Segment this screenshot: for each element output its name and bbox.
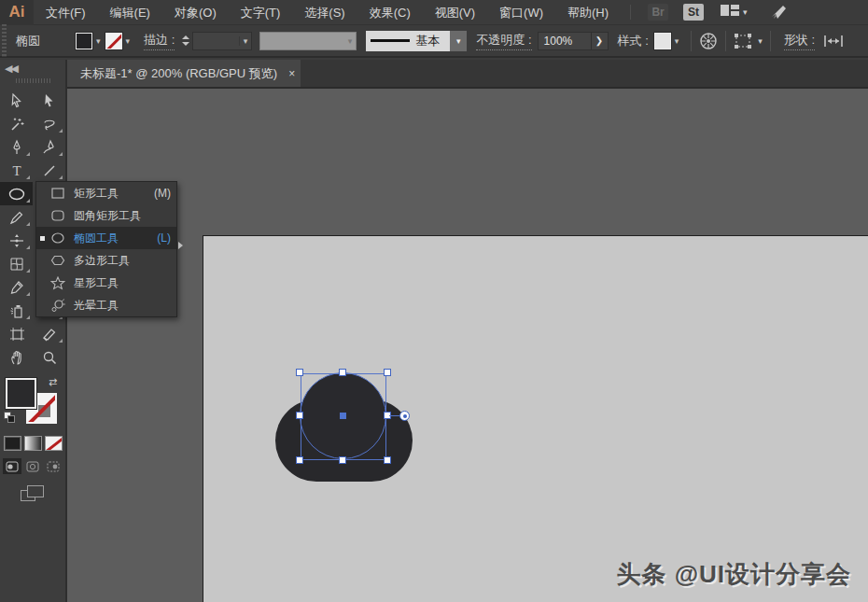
stroke-color-swatch[interactable] <box>105 33 122 49</box>
menu-type[interactable]: 文字(T) <box>229 0 293 25</box>
chevron-down-icon[interactable]: ▾ <box>758 36 763 46</box>
menu-object[interactable]: 对象(O) <box>162 0 229 25</box>
recolor-artwork-icon[interactable] <box>699 32 718 50</box>
color-button[interactable] <box>4 436 21 451</box>
handle-se[interactable] <box>384 456 391 464</box>
line-segment-tool[interactable] <box>33 159 65 182</box>
handle-sw[interactable] <box>296 456 303 464</box>
style-label: 样式 : <box>618 33 649 49</box>
flyout-item-ellipse-tool[interactable]: 椭圆工具 (L) <box>36 227 176 249</box>
control-bar-separator <box>725 31 726 51</box>
stroke-weight-label[interactable]: 描边 : <box>144 32 175 50</box>
document-tab-title: 未标题-1* @ 200% (RGB/GPU 预览) <box>80 65 277 82</box>
opacity-value-field[interactable]: 100% <box>538 32 592 50</box>
chevron-down-icon[interactable]: ▾ <box>122 36 135 46</box>
menu-file[interactable]: 文件(F) <box>34 0 98 25</box>
shape-width-icon[interactable] <box>824 35 843 48</box>
menu-view[interactable]: 视图(V) <box>423 0 487 25</box>
handle-ne[interactable] <box>384 369 391 376</box>
none-button[interactable] <box>45 436 63 451</box>
width-tool[interactable] <box>0 229 33 252</box>
menu-help[interactable]: 帮助(H) <box>555 0 621 25</box>
tearoff-arrow-icon[interactable] <box>178 242 183 249</box>
center-point[interactable] <box>340 413 346 419</box>
handle-n[interactable] <box>339 369 346 376</box>
rounded-rectangle-tool-icon <box>48 209 68 222</box>
shaper-tool[interactable] <box>0 205 33 229</box>
rectangle-tool-icon <box>48 187 68 200</box>
collapse-panel-icon[interactable]: ◀◀ <box>5 63 17 75</box>
curvature-tool[interactable] <box>33 135 65 159</box>
fill-swatch[interactable] <box>6 378 36 409</box>
pie-widget[interactable] <box>399 411 410 421</box>
workspace-switcher[interactable]: ▾ <box>721 4 748 21</box>
stroke-weight-dropdown[interactable]: ▾ <box>192 32 252 50</box>
draw-inside-button[interactable] <box>44 458 63 474</box>
close-tab-icon[interactable]: × <box>288 67 295 80</box>
selection-tool[interactable] <box>0 89 33 112</box>
handle-s[interactable] <box>339 456 346 464</box>
chevron-down-icon[interactable]: ▾ <box>92 36 105 46</box>
flyout-item-rectangle-tool[interactable]: 矩形工具 (M) <box>36 182 176 204</box>
mesh-tool[interactable] <box>0 252 33 275</box>
menu-effect[interactable]: 效果(C) <box>357 0 423 25</box>
stock-button[interactable]: St <box>683 4 704 21</box>
shape-label[interactable]: 形状 : <box>784 32 815 50</box>
selected-ellipse-group <box>300 372 387 460</box>
chevron-down-icon: ▾ <box>239 36 252 46</box>
type-tool[interactable]: T <box>0 159 33 182</box>
chevron-down-icon[interactable]: ▾ <box>450 31 467 51</box>
graphic-style-swatch[interactable] <box>654 33 671 49</box>
pen-tool[interactable] <box>0 135 33 159</box>
ellipse-tool-icon <box>48 231 68 245</box>
color-type-buttons <box>0 436 65 451</box>
tools-panel-header: ◀◀ <box>0 60 65 89</box>
flyout-item-polygon-tool[interactable]: 多边形工具 <box>36 249 176 272</box>
flyout-item-label: 多边形工具 <box>74 253 171 269</box>
symbol-sprayer-tool[interactable] <box>0 299 33 322</box>
swap-fill-stroke-icon[interactable]: ⇄ <box>49 376 57 388</box>
control-bar-grip[interactable] <box>0 24 8 57</box>
opacity-label[interactable]: 不透明度 : <box>476 32 531 50</box>
width-profile-dropdown: ▾ <box>259 32 357 50</box>
document-area: 未标题-1* @ 200% (RGB/GPU 预览) × <box>67 60 868 602</box>
flyout-item-star-tool[interactable]: 星形工具 <box>36 272 176 294</box>
brush-name: 基本 <box>415 33 440 49</box>
handle-w[interactable] <box>296 412 303 419</box>
transform-panel-icon[interactable] <box>734 33 754 49</box>
gradient-button[interactable] <box>24 436 42 451</box>
shape-tools-flyout: 矩形工具 (M) 圆角矩形工具 椭圆工具 (L) 多边形工具 星形工具 <box>35 181 177 317</box>
fill-color-swatch[interactable] <box>76 33 92 49</box>
tools-panel-grip[interactable] <box>16 78 51 83</box>
screen-mode-icon[interactable] <box>21 485 45 502</box>
direct-selection-tool[interactable] <box>33 89 65 112</box>
document-tab[interactable]: 未标题-1* @ 200% (RGB/GPU 预览) × <box>67 60 301 87</box>
gpu-performance-icon[interactable] <box>770 4 789 21</box>
eyedropper-tool[interactable] <box>0 275 33 299</box>
zoom-tool[interactable] <box>33 345 65 369</box>
handle-nw[interactable] <box>296 369 303 376</box>
menu-select[interactable]: 选择(S) <box>292 0 357 25</box>
ellipse-tool[interactable] <box>0 182 33 205</box>
flyout-item-flare-tool[interactable]: 光晕工具 <box>36 294 176 316</box>
menu-window[interactable]: 窗口(W) <box>487 0 555 25</box>
lasso-tool[interactable] <box>33 112 65 135</box>
brush-definition-dropdown[interactable]: 基本 <box>366 31 450 51</box>
stroke-weight-stepper[interactable] <box>182 35 189 46</box>
chevron-down-icon[interactable]: ▾ <box>671 36 684 46</box>
default-fill-stroke-icon[interactable] <box>4 412 16 424</box>
artboard-tool[interactable] <box>0 322 33 345</box>
menu-edit[interactable]: 编辑(E) <box>98 0 162 25</box>
bridge-button[interactable]: Br <box>648 4 668 21</box>
draw-normal-button[interactable] <box>3 458 21 474</box>
slice-tool[interactable] <box>33 322 65 345</box>
workspace-layout-icon <box>721 4 739 21</box>
document-tab-bar: 未标题-1* @ 200% (RGB/GPU 预览) × <box>67 60 868 89</box>
flyout-item-rounded-rectangle-tool[interactable]: 圆角矩形工具 <box>36 204 176 227</box>
opacity-expand-button[interactable]: ❯ <box>592 32 609 50</box>
hand-tool[interactable] <box>0 345 33 369</box>
magic-wand-tool[interactable] <box>0 112 33 135</box>
control-bar-separator <box>770 31 771 51</box>
canvas[interactable]: 头条 @UI设计分享会 <box>67 89 868 602</box>
draw-behind-button[interactable] <box>23 458 42 474</box>
